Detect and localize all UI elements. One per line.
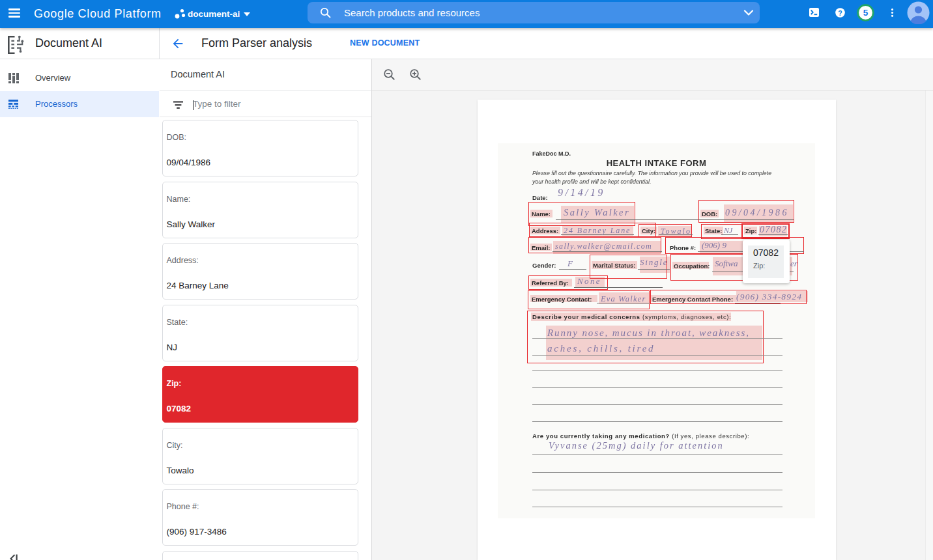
svg-text:5: 5 [863, 8, 868, 18]
svg-text:?: ? [838, 8, 842, 16]
